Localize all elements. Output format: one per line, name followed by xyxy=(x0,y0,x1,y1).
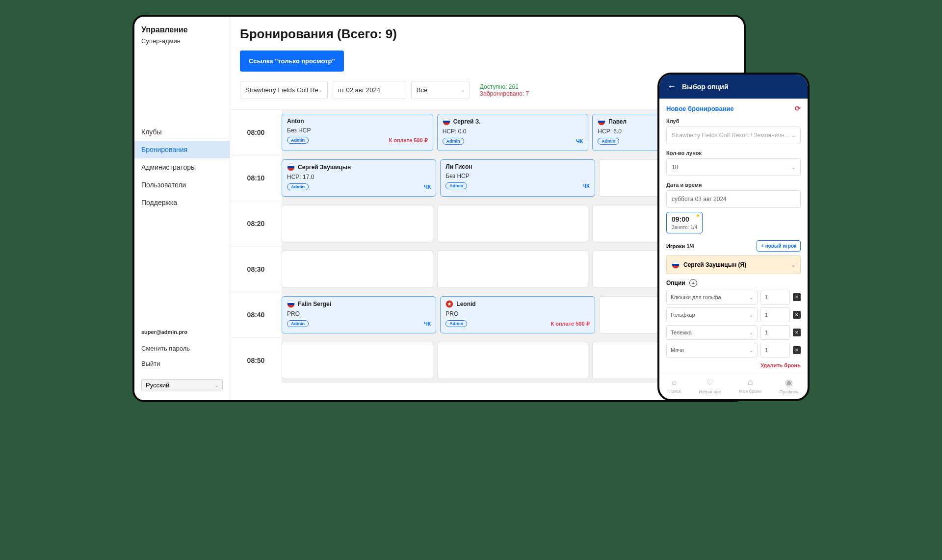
mobile-bottom-nav: ⌕Поиск♡Избранное⌂Мои брони◉Профиль xyxy=(659,373,808,399)
mobile-header-title: Выбор опций xyxy=(682,83,729,91)
option-select[interactable]: Клюшки для гольфа⌄ xyxy=(666,290,758,305)
available-status: Доступно: 261 xyxy=(480,83,529,90)
nav-item[interactable]: ◉Профиль xyxy=(780,377,799,394)
language-label: Русский xyxy=(146,382,169,389)
flag-icon xyxy=(443,118,450,126)
chk-badge: ЧК xyxy=(576,138,583,144)
date-filter-select[interactable]: пт 02 авг 2024 xyxy=(333,81,406,99)
mobile-section-title: Новое бронирование xyxy=(666,105,734,112)
slot-player-name: Anton xyxy=(287,118,428,125)
add-player-button[interactable]: + новый игрок xyxy=(757,240,801,252)
flag-icon xyxy=(445,300,453,308)
date-label: Дата и время xyxy=(666,182,801,188)
slot-player-name: Leonid xyxy=(445,300,589,308)
sidebar: Управление Супер-админ КлубыБронирования… xyxy=(134,17,230,400)
slot-player-name: Сергей З. xyxy=(443,118,583,126)
delete-option-icon[interactable]: ✕ xyxy=(793,311,801,319)
slot-player-name: Falin Sergei xyxy=(287,300,431,308)
chevron-down-icon: ⌄ xyxy=(791,262,795,268)
club-label: Клуб xyxy=(666,118,801,124)
option-qty-input[interactable]: 1 xyxy=(760,325,790,340)
club-select[interactable]: Strawberry Fields Golf Resort / Землянич… xyxy=(666,127,801,144)
sidebar-subtitle: Супер-админ xyxy=(141,37,223,45)
players-label: Игроки 1/4 xyxy=(666,243,694,249)
booking-slot[interactable]: Сергей З.HCP: 0.0AdminЧК xyxy=(437,114,589,151)
sidebar-item[interactable]: Поддержка xyxy=(134,194,230,211)
change-password-link[interactable]: Сменить пароль xyxy=(141,341,223,356)
booking-slot[interactable]: LeonidPROAdminК оплате 500 ₽ xyxy=(440,296,595,333)
sidebar-item[interactable]: Бронирования xyxy=(134,141,230,158)
nav-icon: ⌂ xyxy=(748,377,753,387)
sidebar-item[interactable]: Администраторы xyxy=(134,158,230,176)
empty-slot[interactable] xyxy=(437,251,589,288)
option-row: Тележка⌄1✕ xyxy=(666,325,801,340)
flag-icon xyxy=(287,300,295,308)
time-slot-selected[interactable]: 09:00 Занято: 1/4 xyxy=(666,212,703,233)
time-label: 08:50 xyxy=(230,338,282,383)
time-label: 08:30 xyxy=(230,247,282,292)
booking-slot[interactable]: AntonБез HCPAdminК оплате 500 ₽ xyxy=(282,114,433,151)
option-select[interactable]: Мячи⌄ xyxy=(666,343,758,357)
date-select[interactable]: суббота 03 авг 2024 xyxy=(666,190,801,208)
flag-icon xyxy=(672,261,680,269)
admin-badge: Admin xyxy=(287,320,309,327)
add-option-icon[interactable]: + xyxy=(689,279,697,287)
booking-slot[interactable]: Сергей ЗаушицынHCP: 17.0AdminЧК xyxy=(282,159,436,197)
sidebar-item[interactable]: Пользователи xyxy=(134,176,230,194)
chevron-down-icon: ⌄ xyxy=(461,87,465,93)
slot-player-name: Сергей Заушицын xyxy=(287,163,431,171)
chevron-down-icon: ⌄ xyxy=(749,348,753,353)
empty-slot[interactable] xyxy=(282,342,433,379)
sidebar-item[interactable]: Клубы xyxy=(134,123,230,141)
booking-slot[interactable]: Falin SergeiPROAdminЧК xyxy=(282,296,436,333)
slot-hcp: PRO xyxy=(445,310,589,317)
player-row[interactable]: Сергей Заушицын (Я) ⌄ xyxy=(666,255,801,274)
empty-slot[interactable] xyxy=(437,342,589,379)
chevron-down-icon: ⌄ xyxy=(749,295,753,300)
option-row: Мячи⌄1✕ xyxy=(666,343,801,357)
nav-label: Мои брони xyxy=(739,389,761,394)
delete-booking-link[interactable]: Удалить бронь xyxy=(666,362,801,368)
chevron-down-icon: ⌄ xyxy=(749,312,753,318)
option-qty-input[interactable]: 1 xyxy=(760,343,790,357)
logout-link[interactable]: Выйти xyxy=(141,356,223,371)
option-qty-input[interactable]: 1 xyxy=(760,290,790,305)
refresh-icon[interactable]: ⟳ xyxy=(795,104,801,112)
nav-item[interactable]: ♡Избранное xyxy=(699,377,721,394)
chevron-down-icon: ⌄ xyxy=(214,382,218,388)
slot-hcp: PRO xyxy=(287,310,431,317)
club-filter-select[interactable]: Strawberry Fields Golf Re⌄ xyxy=(240,81,328,99)
empty-slot[interactable] xyxy=(437,205,589,242)
admin-badge: Admin xyxy=(445,320,467,327)
time-label: 08:20 xyxy=(230,201,282,246)
slot-hcp: HCP: 0.0 xyxy=(443,128,583,135)
type-filter-select[interactable]: Все⌄ xyxy=(411,81,470,99)
delete-option-icon[interactable]: ✕ xyxy=(793,329,801,336)
empty-slot[interactable] xyxy=(282,205,433,242)
slot-hcp: Без HCP xyxy=(445,173,589,179)
payment-text: К оплате 500 ₽ xyxy=(550,321,589,327)
view-only-link-button[interactable]: Ссылка "только просмотр" xyxy=(240,51,344,72)
delete-option-icon[interactable]: ✕ xyxy=(793,293,801,301)
delete-option-icon[interactable]: ✕ xyxy=(793,346,801,354)
nav-item[interactable]: ⌕Поиск xyxy=(668,377,680,394)
empty-slot[interactable] xyxy=(282,251,433,288)
nav-item[interactable]: ⌂Мои брони xyxy=(739,377,761,394)
type-filter-label: Все xyxy=(417,86,427,94)
option-qty-input[interactable]: 1 xyxy=(760,307,790,322)
option-select[interactable]: Гольфкар⌄ xyxy=(666,307,758,322)
time-label: 08:40 xyxy=(230,292,282,337)
nav-icon: ⌕ xyxy=(672,377,677,387)
chevron-down-icon: ⌄ xyxy=(318,87,322,93)
booking-slot[interactable]: Ли ГисонБез HCPAdminЧК xyxy=(440,159,595,197)
option-select[interactable]: Тележка⌄ xyxy=(666,325,758,340)
chk-badge: ЧК xyxy=(424,184,431,190)
flag-icon xyxy=(598,118,605,126)
holes-select[interactable]: 18⌄ xyxy=(666,158,801,176)
option-row: Гольфкар⌄1✕ xyxy=(666,307,801,322)
language-select[interactable]: Русский ⌄ xyxy=(141,379,223,391)
back-arrow-icon[interactable]: ← xyxy=(667,81,676,92)
desktop-window: Управление Супер-админ КлубыБронирования… xyxy=(132,15,746,402)
chk-badge: ЧК xyxy=(424,321,431,327)
slot-hcp: HCP: 17.0 xyxy=(287,174,431,180)
